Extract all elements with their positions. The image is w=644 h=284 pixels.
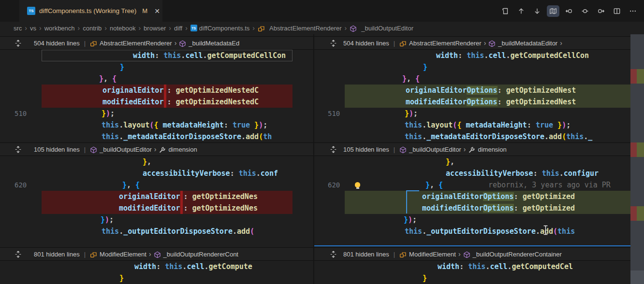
- code-text: });: [405, 108, 418, 119]
- overview-ruler[interactable]: [630, 34, 644, 284]
- hidden-lines-header[interactable]: 105 hidden lines|_buildOutputEditor›dime…: [314, 142, 630, 156]
- code-line[interactable]: accessibilityVerbose: this.configur: [314, 168, 630, 179]
- breadcrumb-item[interactable]: diff: [174, 25, 182, 32]
- code-line[interactable]: this.layout({ metadataHeight: true });: [0, 119, 293, 131]
- unfold-icon[interactable]: [15, 251, 22, 258]
- code-line[interactable]: });: [314, 214, 630, 226]
- lightbulb-icon[interactable]: [355, 182, 360, 187]
- hidden-lines-header[interactable]: 504 hidden lines|AbstractElementRenderer…: [0, 36, 313, 50]
- close-icon[interactable]: ✕: [154, 7, 160, 15]
- code-line[interactable]: modifiedEditor: getOptimizedNestedC: [0, 96, 293, 108]
- hidden-lines-header[interactable]: 801 hidden lines|ModifiedElement›_buildO…: [0, 247, 313, 261]
- breadcrumb-item[interactable]: notebook: [110, 25, 136, 32]
- code-text: }, {: [122, 179, 140, 191]
- code-line[interactable]: this._metadataEditorDisposeStore.add(thi…: [314, 131, 630, 142]
- code-line[interactable]: }, {: [0, 73, 293, 85]
- symbol-name[interactable]: _buildMetadataEd: [189, 40, 239, 47]
- symbol-name[interactable]: dimension: [478, 146, 506, 153]
- unfold-icon[interactable]: [330, 40, 337, 47]
- symbol-name[interactable]: _buildOutputEditor: [409, 146, 461, 153]
- breadcrumb-label: browser: [144, 25, 166, 32]
- code-line[interactable]: }: [314, 61, 630, 73]
- code-line[interactable]: },: [314, 156, 630, 168]
- code-line[interactable]: originalEditor: getOptimizedNestedC: [0, 85, 293, 96]
- map-icon[interactable]: [547, 5, 559, 17]
- unfold-icon[interactable]: [330, 146, 337, 153]
- symbol-name[interactable]: AbstractElementRenderer: [409, 40, 482, 47]
- code-line[interactable]: this._metadataEditorDisposeStore.add(th: [0, 131, 293, 142]
- code-line[interactable]: }: [314, 272, 630, 284]
- code-line[interactable]: }: [0, 272, 293, 284]
- breadcrumb-item[interactable]: _buildOutputEditor: [350, 25, 413, 32]
- symbol-name[interactable]: ModifiedElement: [409, 251, 456, 258]
- symbol-name[interactable]: _buildMetadataEditor: [498, 40, 557, 47]
- previous-change-icon[interactable]: [515, 5, 527, 17]
- breadcrumb-item[interactable]: workbench: [44, 25, 75, 32]
- code-text: accessibilityVerbose: this.conf: [143, 168, 278, 179]
- open-file-icon[interactable]: [499, 5, 512, 17]
- code-line[interactable]: 510});: [314, 108, 630, 119]
- open-changes-center-icon[interactable]: [579, 5, 591, 17]
- symbol-name[interactable]: _buildOutputRendererCont: [163, 251, 238, 258]
- breadcrumb-item[interactable]: AbstractElementRenderer: [258, 25, 342, 32]
- breadcrumb-item[interactable]: contrib: [83, 25, 102, 32]
- symbol-name[interactable]: dimension: [168, 146, 197, 153]
- breadcrumb-item[interactable]: browser: [144, 25, 166, 32]
- diff-change-marker: [630, 206, 636, 221]
- code-line[interactable]: modifiedEditor: getOptimizedNes: [0, 202, 293, 214]
- code-line[interactable]: width: this.cell.getComputedCellCon: [0, 50, 293, 61]
- breadcrumb-separator-icon: ›: [345, 24, 347, 32]
- code-line[interactable]: modifiedEditorOptions: getOptimizedNest: [314, 96, 630, 108]
- code-text: }: [423, 272, 427, 284]
- chevron-right-icon: ›: [560, 39, 562, 47]
- breadcrumb-separator-icon: ›: [252, 24, 255, 32]
- unfold-icon[interactable]: [15, 146, 22, 153]
- symbol-name[interactable]: _buildOutputRendererContainer: [473, 251, 562, 258]
- open-changes-left-icon[interactable]: [563, 5, 575, 17]
- symbol-name[interactable]: ModifiedElement: [100, 251, 146, 258]
- code-line[interactable]: originalEditor: getOptimizedNes: [0, 191, 293, 202]
- code-line[interactable]: 620}, {rebornix, 3 years ago via PR: [314, 179, 630, 191]
- code-line[interactable]: originalEditorOptions: getOptimizedNest: [314, 85, 630, 96]
- next-change-icon[interactable]: [531, 5, 543, 17]
- code-line[interactable]: this._outputEditorDisposeStore.add(this: [314, 226, 630, 237]
- open-changes-right-icon[interactable]: [595, 5, 607, 17]
- code-line[interactable]: }: [0, 61, 293, 73]
- breadcrumb-separator-icon: ›: [39, 24, 42, 32]
- hidden-lines-header[interactable]: 801 hidden lines|ModifiedElement›_buildO…: [314, 247, 630, 261]
- breadcrumb-item[interactable]: vs: [30, 25, 36, 32]
- hidden-lines-label: 504 hidden lines|AbstractElementRenderer…: [34, 39, 293, 47]
- more-actions-icon[interactable]: [627, 5, 639, 17]
- code-line[interactable]: }, {: [314, 73, 630, 85]
- hidden-lines-header[interactable]: 105 hidden lines|_buildOutputEditor›dime…: [0, 142, 313, 156]
- hidden-lines-header[interactable]: 504 hidden lines|AbstractElementRenderer…: [314, 36, 630, 50]
- split-editor-icon[interactable]: [611, 5, 623, 17]
- code-line[interactable]: this.layout({ metadataHeight: true });: [314, 119, 630, 131]
- typescript-file-icon: TS: [190, 25, 197, 31]
- symbol-name[interactable]: AbstractElementRenderer: [100, 40, 172, 47]
- breadcrumb-item[interactable]: src: [14, 25, 22, 32]
- code-line[interactable]: width: this.cell.getComputedCellCon: [314, 50, 630, 61]
- symbol-name[interactable]: _buildOutputEditor: [100, 146, 152, 153]
- code-line[interactable]: this._outputEditorDisposeStore.add(: [0, 226, 293, 237]
- hidden-lines-count: 801 hidden lines: [34, 251, 80, 258]
- code-line[interactable]: modifiedEditorOptions: getOptimized: [314, 202, 630, 214]
- unfold-icon[interactable]: [15, 40, 22, 47]
- code-line[interactable]: width: this.cell.getCompute: [0, 261, 293, 272]
- breadcrumb-separator-icon: ›: [78, 24, 80, 32]
- editor-tab[interactable]: TS diffComponents.ts (Working Tree) M ✕: [19, 0, 162, 22]
- code-line[interactable]: originalEditorOptions: getOptimized: [314, 191, 630, 202]
- code-line[interactable]: 620}, {: [0, 179, 293, 191]
- code-line[interactable]: accessibilityVerbose: this.conf: [0, 168, 293, 179]
- code-text: width: this.cell.getCompute: [134, 261, 252, 272]
- breadcrumb-label: vs: [30, 25, 36, 32]
- deleted-char-marker: [164, 96, 166, 108]
- code-line[interactable]: },: [0, 156, 293, 168]
- code-line[interactable]: 510});: [0, 108, 293, 119]
- code-line[interactable]: });: [0, 214, 293, 226]
- unfold-icon[interactable]: [330, 251, 337, 258]
- focus-border-line: [314, 245, 630, 246]
- code-line[interactable]: width: this.cell.getComputedCel: [314, 261, 630, 272]
- breadcrumb-item[interactable]: TSdiffComponents.ts: [190, 25, 250, 32]
- ruler-slider[interactable]: [630, 270, 644, 284]
